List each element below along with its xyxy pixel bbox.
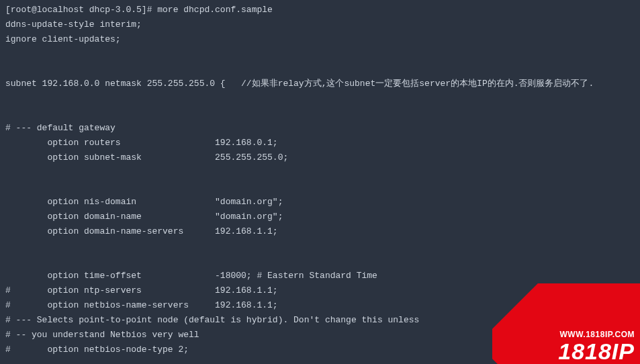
terminal-output: [root@localhost dhcp-3.0.5]# more dhcpd.… xyxy=(5,3,635,357)
